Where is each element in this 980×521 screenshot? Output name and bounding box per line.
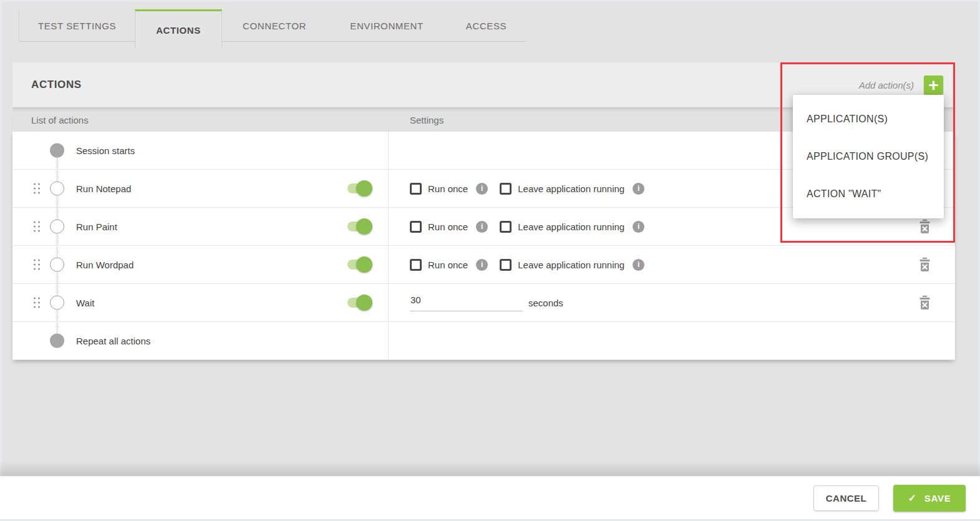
panel-title: ACTIONS — [31, 79, 82, 91]
run-once-label: Run once — [428, 222, 468, 232]
add-action-button[interactable]: + — [924, 75, 943, 95]
session-start-node-icon — [50, 144, 64, 158]
drag-handle-icon[interactable] — [34, 298, 40, 308]
drag-handle-icon[interactable] — [34, 183, 40, 194]
row-wait-settings: seconds — [389, 284, 955, 321]
row-session-starts-cell: Session starts — [12, 132, 389, 169]
run-once-label: Run once — [428, 183, 468, 194]
info-icon[interactable]: i — [633, 221, 644, 233]
leave-running-checkbox[interactable] — [500, 259, 512, 271]
add-action-dropdown-menu: APPLICATION(S) APPLICATION GROUP(S) ACTI… — [793, 95, 944, 218]
trash-icon — [919, 296, 931, 310]
leave-running-checkbox[interactable] — [500, 221, 512, 233]
trash-icon — [919, 220, 931, 234]
delete-action-button[interactable] — [919, 220, 931, 234]
row-label: Run Paint — [76, 222, 117, 232]
row-run-wordpad-settings: Run once i Leave application running i — [389, 246, 955, 283]
menu-item-action-wait[interactable]: ACTION "WAIT" — [793, 175, 944, 213]
row-label: Run Wordpad — [76, 260, 133, 270]
toggle-knob — [356, 180, 372, 197]
tab-connector[interactable]: CONNECTOR — [222, 9, 327, 42]
row-repeat-all-actions: Repeat all actions — [12, 322, 955, 360]
run-once-checkbox[interactable] — [410, 221, 422, 233]
wait-seconds-input[interactable] — [410, 295, 523, 311]
row-wait: Wait seconds — [12, 284, 955, 322]
info-icon[interactable]: i — [633, 259, 644, 271]
row-label: Session starts — [76, 145, 135, 156]
toggle-knob — [356, 295, 372, 311]
run-once-checkbox[interactable] — [410, 259, 422, 271]
menu-item-applications[interactable]: APPLICATION(S) — [793, 100, 944, 138]
toggle-knob — [356, 256, 372, 273]
column-header-list-of-actions: List of actions — [31, 114, 89, 125]
tab-environment[interactable]: ENVIRONMENT — [327, 9, 447, 42]
tab-actions[interactable]: ACTIONS — [135, 9, 222, 49]
leave-running-checkbox[interactable] — [500, 183, 512, 195]
leave-running-label: Leave application running — [518, 222, 624, 232]
enabled-toggle[interactable] — [347, 298, 371, 308]
cancel-button[interactable]: CANCEL — [813, 485, 879, 511]
row-run-paint-cell: Run Paint — [12, 208, 389, 245]
menu-item-application-groups[interactable]: APPLICATION GROUP(S) — [793, 138, 944, 175]
checkmark-icon: ✓ — [908, 493, 916, 504]
tab-access[interactable]: ACCESS — [447, 9, 526, 42]
delete-action-button[interactable] — [919, 296, 931, 310]
enabled-toggle[interactable] — [347, 260, 371, 270]
row-repeat-settings — [389, 322, 955, 359]
save-button-label: SAVE — [924, 493, 951, 504]
leave-running-label: Leave application running — [518, 260, 624, 270]
wait-unit-label: seconds — [528, 298, 563, 308]
leave-running-label: Leave application running — [518, 183, 624, 194]
row-wait-cell: Wait — [12, 284, 389, 321]
row-label: Wait — [76, 298, 94, 308]
row-run-notepad-cell: Run Notepad — [12, 170, 389, 207]
row-label: Repeat all actions — [76, 336, 150, 346]
plus-icon: + — [924, 77, 943, 94]
row-run-wordpad: Run Wordpad Run once i Leave application… — [12, 246, 955, 284]
drag-handle-icon[interactable] — [34, 222, 40, 232]
info-icon[interactable]: i — [476, 221, 488, 233]
info-icon[interactable]: i — [476, 259, 488, 271]
row-run-wordpad-cell: Run Wordpad — [12, 246, 389, 283]
action-node-icon — [50, 258, 64, 272]
add-actions-label: Add action(s) — [859, 80, 914, 90]
tab-test-settings[interactable]: TEST SETTINGS — [19, 9, 135, 42]
enabled-toggle[interactable] — [347, 183, 371, 193]
repeat-node-icon — [50, 334, 64, 348]
info-icon[interactable]: i — [633, 183, 644, 195]
action-node-icon — [50, 220, 64, 234]
run-once-checkbox[interactable] — [410, 183, 422, 195]
column-header-settings: Settings — [410, 114, 444, 125]
toggle-knob — [356, 218, 372, 235]
action-node-icon — [50, 296, 64, 310]
trash-icon — [919, 258, 931, 272]
test-configuration-page: TEST SETTINGS ACTIONS CONNECTOR ENVIRONM… — [0, 0, 980, 521]
footer-bar: CANCEL ✓SAVE — [0, 476, 980, 519]
action-node-icon — [50, 182, 64, 196]
row-label: Run Notepad — [76, 183, 131, 194]
save-button[interactable]: ✓SAVE — [893, 485, 966, 512]
run-once-label: Run once — [428, 260, 468, 270]
delete-action-button[interactable] — [919, 258, 931, 272]
enabled-toggle[interactable] — [347, 222, 371, 231]
row-repeat-cell: Repeat all actions — [12, 322, 389, 359]
info-icon[interactable]: i — [476, 183, 488, 195]
drag-handle-icon[interactable] — [34, 260, 40, 270]
